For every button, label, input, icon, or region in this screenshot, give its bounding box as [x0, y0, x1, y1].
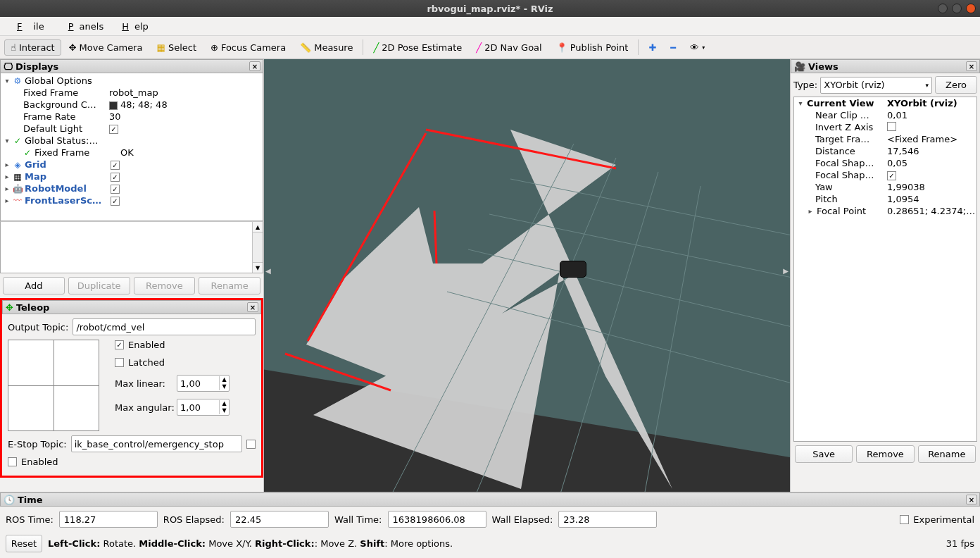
interaction-hint: Left-Click: Rotate. Middle-Click: Move X…	[48, 538, 453, 549]
menu-help[interactable]: Help	[111, 20, 154, 33]
minus-icon: ━	[670, 42, 676, 53]
teleop-panel-header[interactable]: ✥ Teleop ×	[2, 300, 261, 314]
clock-icon: 🕓	[4, 495, 15, 505]
menubar: File Panels Help	[0, 17, 980, 36]
invert-z-checkbox[interactable]	[887, 122, 896, 131]
views-remove-button[interactable]: Remove	[856, 445, 914, 463]
move-icon: ✥	[69, 42, 77, 53]
add-tool-button[interactable]: ✚	[642, 39, 662, 56]
select-button[interactable]: ▦Select	[151, 39, 203, 56]
wall-time-field: 1638198606.08	[388, 511, 486, 528]
teleop-icon: ✥	[6, 302, 13, 313]
gear-icon: ⚙	[12, 76, 23, 86]
estop-topic-label: E-Stop Topic:	[8, 439, 67, 450]
focus-icon: ⊕	[211, 42, 218, 53]
close-icon[interactable]	[966, 4, 976, 13]
default-light-checkbox[interactable]: ✓	[109, 125, 118, 134]
camera-icon: 🎥	[794, 61, 805, 72]
interact-button[interactable]: ☝Interact	[4, 39, 61, 56]
estop-topic-checkbox[interactable]	[246, 440, 256, 449]
publish-point-button[interactable]: 📍Publish Point	[550, 39, 635, 56]
views-tree[interactable]: ▾Current ViewXYOrbit (rviz) Near Clip …0…	[793, 97, 977, 442]
duplicate-button[interactable]: Duplicate	[68, 277, 130, 294]
select-icon: ▦	[157, 42, 165, 53]
scroll-up-icon[interactable]: ▲	[253, 222, 263, 232]
views-save-button[interactable]: Save	[795, 445, 853, 463]
focal-shape-fixed-checkbox[interactable]: ✓	[887, 171, 896, 180]
arrow-green-icon: ╱	[373, 42, 379, 53]
pose-estimate-button[interactable]: ╱2D Pose Estimate	[367, 39, 468, 56]
ruler-icon: 📏	[300, 42, 311, 53]
robot-icon: 🤖	[12, 184, 23, 194]
maximize-icon[interactable]	[952, 4, 962, 13]
check-icon: ✓	[22, 148, 33, 158]
displays-panel-header[interactable]: 🖵 Displays ×	[0, 59, 263, 73]
laser-checkbox[interactable]: ✓	[111, 197, 120, 206]
experimental-checkbox[interactable]	[900, 515, 909, 524]
add-button[interactable]: Add	[3, 277, 65, 294]
teleop-close-button[interactable]: ×	[247, 302, 258, 312]
time-close-button[interactable]: ×	[966, 495, 977, 504]
max-linear-stepper[interactable]: 1,00▲▼	[177, 375, 230, 392]
window-titlebar: rbvogui_map.rviz* - RViz	[0, 0, 980, 17]
time-panel-header[interactable]: 🕓 Time ×	[0, 492, 980, 507]
rename-button[interactable]: Rename	[199, 277, 260, 294]
scroll-down-icon[interactable]: ▼	[253, 262, 263, 273]
view-type-select[interactable]: XYOrbit (rviz)▾	[820, 77, 932, 94]
max-angular-stepper[interactable]: 1,00▲▼	[177, 399, 230, 416]
teleop-joystick[interactable]	[8, 340, 99, 431]
arrow-pink-icon: ╱	[476, 42, 482, 53]
eye-icon: 👁	[690, 42, 699, 53]
focus-camera-button[interactable]: ⊕Focus Camera	[204, 39, 292, 56]
minimize-icon[interactable]	[938, 4, 948, 13]
views-rename-button[interactable]: Rename	[918, 445, 976, 463]
reset-button[interactable]: Reset	[6, 535, 42, 552]
remove-button[interactable]: Remove	[134, 277, 196, 294]
ros-elapsed-field: 22.45	[230, 511, 329, 528]
output-topic-input[interactable]	[73, 318, 256, 335]
map-checkbox[interactable]: ✓	[111, 173, 120, 182]
estop-enabled-checkbox[interactable]	[8, 457, 17, 466]
plus-icon: ✚	[648, 42, 656, 53]
robotmodel-checkbox[interactable]: ✓	[111, 185, 120, 194]
pin-icon: 📍	[556, 42, 567, 53]
displays-description: ▲ ▼	[0, 221, 263, 273]
grid-checkbox[interactable]: ✓	[111, 161, 120, 170]
color-swatch	[109, 101, 118, 110]
displays-close-button[interactable]: ×	[249, 61, 260, 71]
toolbar: ☝Interact ✥Move Camera ▦Select ⊕Focus Ca…	[0, 36, 980, 59]
fps-label: 31 fps	[946, 538, 974, 549]
svg-line-3	[434, 211, 436, 264]
ros-time-field: 118.27	[59, 511, 158, 528]
menu-panels[interactable]: Panels	[57, 20, 109, 33]
zero-button[interactable]: Zero	[935, 76, 977, 94]
nav-goal-button[interactable]: ╱2D Nav Goal	[470, 39, 548, 56]
estop-topic-input[interactable]	[71, 435, 242, 452]
teleop-panel: ✥ Teleop × Output Topic: ✓Enabled Latche…	[0, 298, 263, 478]
wall-elapsed-field: 23.28	[558, 511, 657, 528]
map-icon: ▦	[12, 172, 23, 182]
svg-marker-0	[306, 130, 672, 489]
displays-tree[interactable]: ▾⚙Global Options Fixed Framerobot_map Ba…	[0, 73, 263, 221]
grid-icon: ◈	[12, 160, 23, 170]
move-camera-button[interactable]: ✥Move Camera	[63, 39, 149, 56]
check-icon: ✓	[12, 136, 23, 146]
views-panel-header[interactable]: 🎥 Views ×	[791, 59, 980, 73]
viewport-right-arrow-icon[interactable]: ▶	[783, 267, 789, 275]
laser-icon: 〰	[12, 196, 23, 206]
teleop-latched-checkbox[interactable]	[115, 358, 124, 367]
map-visualization	[264, 59, 790, 492]
3d-viewport[interactable]: ◀ ▶	[264, 59, 790, 492]
svg-line-10	[560, 172, 658, 492]
output-topic-label: Output Topic:	[8, 322, 68, 333]
teleop-enabled-checkbox[interactable]: ✓	[115, 340, 124, 349]
tool-properties-button[interactable]: 👁▾	[684, 39, 711, 56]
displays-icon: 🖵	[4, 61, 13, 72]
views-close-button[interactable]: ×	[966, 61, 977, 71]
scrollbar[interactable]: ▲ ▼	[252, 222, 263, 273]
measure-button[interactable]: 📏Measure	[294, 39, 359, 56]
viewport-left-arrow-icon[interactable]: ◀	[265, 267, 271, 275]
menu-file[interactable]: File	[6, 20, 56, 33]
hand-icon: ☝	[11, 42, 16, 53]
remove-tool-button[interactable]: ━	[664, 39, 682, 56]
